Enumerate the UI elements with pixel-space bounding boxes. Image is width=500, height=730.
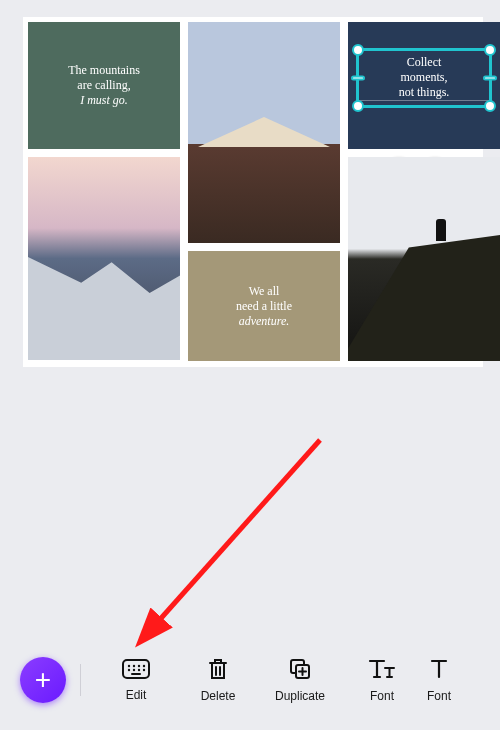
- trash-icon: [206, 657, 230, 681]
- text-line: adventure.: [188, 314, 340, 329]
- resize-handle-ml[interactable]: [351, 76, 365, 81]
- edit-button[interactable]: Edit: [95, 658, 177, 702]
- tile-quote-navy[interactable]: Collect moments, not things.: [348, 22, 500, 149]
- button-label: Delete: [201, 689, 236, 703]
- duplicate-button[interactable]: Duplicate: [259, 657, 341, 703]
- tile-quote-green[interactable]: The mountains are calling, I must go.: [28, 22, 180, 149]
- svg-point-4: [138, 664, 140, 666]
- font-icon: [368, 657, 396, 681]
- tile-rocks-photo[interactable]: [28, 157, 180, 360]
- svg-rect-1: [123, 660, 149, 678]
- svg-point-6: [128, 668, 130, 670]
- resize-handle-tr[interactable]: [484, 44, 496, 56]
- svg-point-2: [128, 664, 130, 666]
- duplicate-icon: [288, 657, 312, 681]
- toolbar: + Edit Delete Duplicate Font: [0, 637, 500, 722]
- add-button[interactable]: +: [20, 657, 66, 703]
- design-canvas[interactable]: The mountains are calling, I must go. Co…: [23, 17, 483, 367]
- text-line: need a little: [188, 299, 340, 314]
- font-icon: [430, 657, 448, 681]
- button-label: Edit: [126, 688, 147, 702]
- text-line: I must go.: [28, 93, 180, 108]
- text-line: moments,: [359, 70, 489, 85]
- keyboard-icon: [121, 658, 151, 680]
- tile-mountain-photo[interactable]: [188, 22, 340, 243]
- svg-point-3: [133, 664, 135, 666]
- text-line: The mountains: [28, 63, 180, 78]
- tile-quote-khaki[interactable]: We all need a little adventure.: [188, 251, 340, 361]
- svg-point-9: [143, 668, 145, 670]
- toolbar-divider: [80, 664, 81, 696]
- resize-handle-tl[interactable]: [352, 44, 364, 56]
- tile-silhouette-photo[interactable]: [348, 157, 500, 361]
- text-line: Collect: [359, 55, 489, 70]
- text-line: We all: [188, 284, 340, 299]
- selected-text-box[interactable]: Collect moments, not things.: [356, 48, 492, 108]
- svg-rect-10: [131, 673, 141, 675]
- font-button-2[interactable]: Font: [423, 657, 455, 703]
- resize-handle-mr[interactable]: [483, 76, 497, 81]
- button-label: Font: [427, 689, 451, 703]
- text-line: not things.: [359, 85, 489, 101]
- svg-point-7: [133, 668, 135, 670]
- annotation-arrow: [120, 430, 330, 650]
- svg-point-8: [138, 668, 140, 670]
- button-label: Duplicate: [275, 689, 325, 703]
- resize-handle-bl[interactable]: [352, 100, 364, 112]
- button-label: Font: [370, 689, 394, 703]
- plus-icon: +: [35, 664, 51, 696]
- delete-button[interactable]: Delete: [177, 657, 259, 703]
- resize-handle-br[interactable]: [484, 100, 496, 112]
- svg-point-5: [143, 664, 145, 666]
- text-line: are calling,: [28, 78, 180, 93]
- font-button[interactable]: Font: [341, 657, 423, 703]
- svg-line-0: [155, 440, 320, 625]
